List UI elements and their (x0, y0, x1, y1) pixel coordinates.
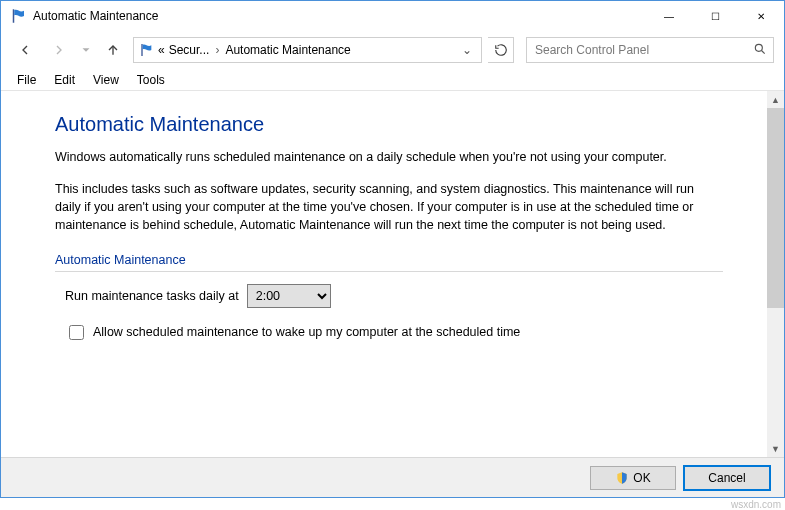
svg-rect-1 (141, 44, 142, 56)
back-button[interactable] (11, 36, 39, 64)
menu-view[interactable]: View (85, 71, 127, 89)
uac-shield-icon (615, 471, 629, 485)
search-box[interactable] (526, 37, 774, 63)
breadcrumb-security[interactable]: Secur... (167, 43, 212, 57)
content-area: Automatic Maintenance Windows automatica… (1, 91, 784, 457)
up-button[interactable] (99, 36, 127, 64)
refresh-button[interactable] (488, 37, 514, 63)
wake-checkbox[interactable] (69, 325, 84, 340)
menu-tools[interactable]: Tools (129, 71, 173, 89)
chevron-right-icon: › (213, 43, 221, 57)
intro-paragraph-2: This includes tasks such as software upd… (55, 180, 723, 234)
breadcrumb-dropdown-icon[interactable]: ⌄ (457, 43, 477, 57)
scroll-up-icon[interactable]: ▲ (767, 91, 784, 108)
time-select[interactable]: 2:00 (247, 284, 331, 308)
schedule-row: Run maintenance tasks daily at 2:00 (65, 284, 723, 308)
section-heading: Automatic Maintenance (55, 253, 723, 272)
forward-button[interactable] (45, 36, 73, 64)
breadcrumb-ellipsis[interactable]: « (158, 43, 165, 57)
maximize-button[interactable]: ☐ (692, 1, 738, 31)
close-button[interactable]: ✕ (738, 1, 784, 31)
page-title: Automatic Maintenance (55, 113, 723, 136)
control-panel-flag-icon (9, 7, 27, 25)
vertical-scrollbar[interactable]: ▲ ▼ (767, 91, 784, 457)
intro-paragraph-1: Windows automatically runs scheduled mai… (55, 148, 723, 166)
cancel-button[interactable]: Cancel (684, 466, 770, 490)
search-icon[interactable] (753, 42, 767, 59)
scroll-down-icon[interactable]: ▼ (767, 440, 784, 457)
menu-file[interactable]: File (9, 71, 44, 89)
footer: OK Cancel (1, 457, 784, 497)
menubar: File Edit View Tools (1, 69, 784, 91)
svg-point-2 (755, 44, 762, 51)
history-dropdown[interactable] (79, 36, 93, 64)
content-scroll: Automatic Maintenance Windows automatica… (1, 91, 767, 457)
cancel-label: Cancel (708, 471, 745, 485)
run-label: Run maintenance tasks daily at (65, 289, 239, 303)
minimize-button[interactable]: — (646, 1, 692, 31)
breadcrumb-flag-icon (138, 42, 154, 58)
breadcrumb-current[interactable]: Automatic Maintenance (223, 43, 352, 57)
wake-checkbox-row[interactable]: Allow scheduled maintenance to wake up m… (65, 322, 723, 343)
titlebar: Automatic Maintenance — ☐ ✕ (1, 1, 784, 31)
window: Automatic Maintenance — ☐ ✕ « Secur... › (0, 0, 785, 498)
ok-button[interactable]: OK (590, 466, 676, 490)
window-title: Automatic Maintenance (33, 9, 158, 23)
navbar: « Secur... › Automatic Maintenance ⌄ (1, 31, 784, 69)
ok-label: OK (633, 471, 650, 485)
menu-edit[interactable]: Edit (46, 71, 83, 89)
search-input[interactable] (533, 42, 753, 58)
svg-rect-0 (13, 9, 15, 23)
scroll-thumb[interactable] (767, 108, 784, 308)
watermark: wsxdn.com (731, 499, 781, 510)
breadcrumb[interactable]: « Secur... › Automatic Maintenance ⌄ (133, 37, 482, 63)
wake-label: Allow scheduled maintenance to wake up m… (93, 325, 520, 339)
